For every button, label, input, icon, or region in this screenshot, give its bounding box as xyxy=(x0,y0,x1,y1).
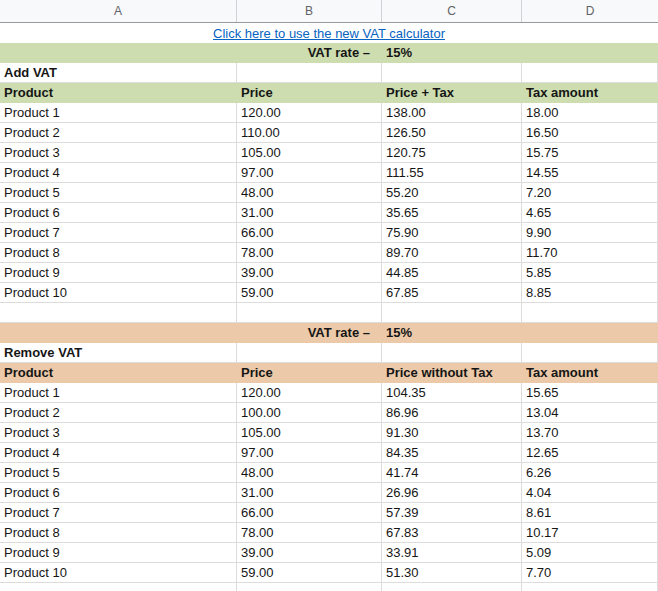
table-cell[interactable]: 31.00 xyxy=(237,203,382,223)
empty-cell[interactable] xyxy=(382,63,522,83)
table-cell[interactable]: 15.65 xyxy=(522,383,658,403)
table-cell[interactable]: 9.90 xyxy=(522,223,658,243)
table-cell[interactable]: Product 4 xyxy=(0,163,237,183)
column-header-a[interactable]: A xyxy=(0,0,237,22)
vat-rate-label[interactable]: VAT rate – xyxy=(0,43,382,63)
vat-rate-label[interactable]: VAT rate – xyxy=(0,323,382,343)
table-cell[interactable]: 4.04 xyxy=(522,483,658,503)
table-cell[interactable]: Product 8 xyxy=(0,523,237,543)
table-cell[interactable]: Product 9 xyxy=(0,543,237,563)
table-cell[interactable]: 105.00 xyxy=(237,143,382,163)
table-cell[interactable]: 97.00 xyxy=(237,163,382,183)
empty-cell[interactable] xyxy=(237,303,382,323)
table-cell[interactable]: 7.20 xyxy=(522,183,658,203)
column-header-d[interactable]: D xyxy=(522,0,658,22)
vat-calculator-link[interactable]: Click here to use the new VAT calculator xyxy=(213,26,445,41)
table-cell[interactable]: 59.00 xyxy=(237,563,382,583)
column-header-b[interactable]: B xyxy=(237,0,382,22)
table-cell[interactable]: Product 1 xyxy=(0,383,237,403)
table-cell[interactable]: 31.00 xyxy=(237,483,382,503)
table-cell[interactable]: 59.00 xyxy=(237,283,382,303)
header-cell-price-without-tax[interactable]: Price without Tax xyxy=(382,363,522,383)
table-cell[interactable]: 15.75 xyxy=(522,143,658,163)
section-label-remove-vat[interactable]: Remove VAT xyxy=(0,343,237,363)
table-cell[interactable]: 57.39 xyxy=(382,503,522,523)
column-header-c[interactable]: C xyxy=(382,0,522,22)
table-cell[interactable]: Product 7 xyxy=(0,503,237,523)
header-cell-product[interactable]: Product xyxy=(0,83,237,103)
table-cell[interactable]: 7.70 xyxy=(522,563,658,583)
table-cell[interactable]: 126.50 xyxy=(382,123,522,143)
table-cell[interactable]: Product 4 xyxy=(0,443,237,463)
table-cell[interactable]: Product 7 xyxy=(0,223,237,243)
table-cell[interactable]: 33.91 xyxy=(382,543,522,563)
table-cell[interactable]: 138.00 xyxy=(382,103,522,123)
empty-cell[interactable] xyxy=(237,583,382,591)
table-cell[interactable]: 16.50 xyxy=(522,123,658,143)
table-cell[interactable]: 105.00 xyxy=(237,423,382,443)
table-cell[interactable]: Product 6 xyxy=(0,483,237,503)
empty-cell[interactable] xyxy=(0,303,237,323)
table-cell[interactable]: Product 10 xyxy=(0,563,237,583)
header-cell-product[interactable]: Product xyxy=(0,363,237,383)
table-cell[interactable]: 14.55 xyxy=(522,163,658,183)
table-cell[interactable]: 35.65 xyxy=(382,203,522,223)
table-cell[interactable]: Product 1 xyxy=(0,103,237,123)
table-cell[interactable]: 66.00 xyxy=(237,223,382,243)
table-cell[interactable]: Product 3 xyxy=(0,143,237,163)
header-cell-tax-amount[interactable]: Tax amount xyxy=(522,363,658,383)
empty-cell[interactable] xyxy=(522,583,658,591)
empty-cell[interactable] xyxy=(0,583,237,591)
table-cell[interactable]: Product 3 xyxy=(0,423,237,443)
empty-cell[interactable] xyxy=(237,343,382,363)
empty-cell[interactable] xyxy=(382,343,522,363)
table-cell[interactable]: 26.96 xyxy=(382,483,522,503)
table-cell[interactable]: 66.00 xyxy=(237,503,382,523)
table-cell[interactable]: 5.85 xyxy=(522,263,658,283)
table-cell[interactable]: 84.35 xyxy=(382,443,522,463)
table-cell[interactable]: 110.00 xyxy=(237,123,382,143)
empty-cell[interactable] xyxy=(522,63,658,83)
table-cell[interactable]: 48.00 xyxy=(237,463,382,483)
header-cell-tax-amount[interactable]: Tax amount xyxy=(522,83,658,103)
table-cell[interactable]: 75.90 xyxy=(382,223,522,243)
table-cell[interactable]: 8.85 xyxy=(522,283,658,303)
table-cell[interactable]: 8.61 xyxy=(522,503,658,523)
table-cell[interactable]: 44.85 xyxy=(382,263,522,283)
vat-rate-value[interactable]: 15% xyxy=(382,323,658,343)
empty-cell[interactable] xyxy=(382,583,522,591)
table-cell[interactable]: 120.00 xyxy=(237,103,382,123)
empty-cell[interactable] xyxy=(522,343,658,363)
table-cell[interactable]: Product 2 xyxy=(0,403,237,423)
table-cell[interactable]: 120.75 xyxy=(382,143,522,163)
table-cell[interactable]: 78.00 xyxy=(237,523,382,543)
table-cell[interactable]: Product 5 xyxy=(0,183,237,203)
header-cell-price[interactable]: Price xyxy=(237,83,382,103)
header-cell-price[interactable]: Price xyxy=(237,363,382,383)
empty-cell[interactable] xyxy=(382,303,522,323)
table-cell[interactable]: Product 2 xyxy=(0,123,237,143)
table-cell[interactable]: 12.65 xyxy=(522,443,658,463)
table-cell[interactable]: 100.00 xyxy=(237,403,382,423)
table-cell[interactable]: Product 9 xyxy=(0,263,237,283)
table-cell[interactable]: 89.70 xyxy=(382,243,522,263)
table-cell[interactable]: 41.74 xyxy=(382,463,522,483)
table-cell[interactable]: 97.00 xyxy=(237,443,382,463)
table-cell[interactable]: 6.26 xyxy=(522,463,658,483)
empty-cell[interactable] xyxy=(522,303,658,323)
table-cell[interactable]: 5.09 xyxy=(522,543,658,563)
table-cell[interactable]: 67.85 xyxy=(382,283,522,303)
table-cell[interactable]: 51.30 xyxy=(382,563,522,583)
table-cell[interactable]: 111.55 xyxy=(382,163,522,183)
table-cell[interactable]: 120.00 xyxy=(237,383,382,403)
table-cell[interactable]: 67.83 xyxy=(382,523,522,543)
table-cell[interactable]: 78.00 xyxy=(237,243,382,263)
table-cell[interactable]: 13.04 xyxy=(522,403,658,423)
table-cell[interactable]: Product 5 xyxy=(0,463,237,483)
table-cell[interactable]: 11.70 xyxy=(522,243,658,263)
table-cell[interactable]: Product 6 xyxy=(0,203,237,223)
table-cell[interactable]: 91.30 xyxy=(382,423,522,443)
table-cell[interactable]: 39.00 xyxy=(237,543,382,563)
header-cell-price-plus-tax[interactable]: Price + Tax xyxy=(382,83,522,103)
table-cell[interactable]: Product 10 xyxy=(0,283,237,303)
